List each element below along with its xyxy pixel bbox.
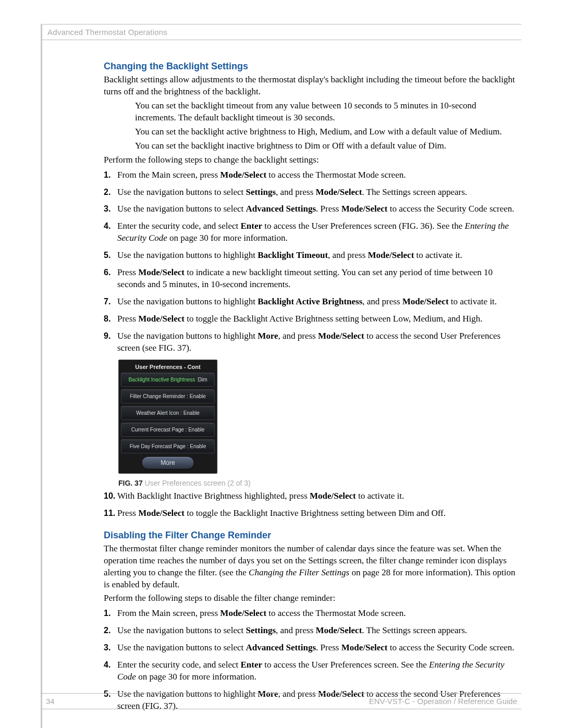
section1-intro: Backlight settings allow adjustments to …: [104, 74, 516, 98]
step-num: 4.: [104, 659, 117, 671]
step-num: 2.: [104, 625, 117, 636]
step-text: Use the navigation buttons to highlight …: [117, 250, 516, 262]
device-screenshot: User Preferences - Cont Backlight Inacti…: [118, 360, 217, 474]
step-3: 3.Use the navigation buttons to select A…: [104, 203, 516, 215]
step-text: Use the navigation buttons to select Set…: [117, 625, 516, 637]
step-num: 8.: [104, 313, 117, 325]
bullet-1: You can set the backlight timeout from a…: [135, 100, 516, 124]
step-2: 2.Use the navigation buttons to select S…: [104, 625, 516, 637]
step-text: From the Main screen, press Mode/Select …: [117, 169, 516, 181]
step-text: Enter the security code, and select Ente…: [117, 220, 516, 244]
step-8: 8.Press Mode/Select to toggle the Backli…: [104, 313, 516, 325]
step-11: 11.Press Mode/Select to toggle the Backl…: [104, 508, 516, 520]
step-4: 4.Enter the security code, and select En…: [104, 659, 516, 683]
step-num: 5.: [104, 250, 117, 261]
step-num: 4.: [104, 220, 117, 232]
page-footer: 34 ENV-VST-C - Operation / Reference Gui…: [41, 693, 521, 709]
figure-caption: FIG. 37 User Preferences screen (2 of 3): [118, 479, 516, 487]
content-area: Changing the Backlight Settings Backligh…: [42, 40, 521, 712]
section2-intro: The thermostat filter change reminder mo…: [104, 543, 516, 591]
step-text: Use the navigation buttons to highlight …: [117, 296, 516, 308]
step-text: Use the navigation buttons to highlight …: [117, 330, 516, 354]
bullet-2: You can set the backlight active brightn…: [135, 126, 516, 138]
section2-lead: Perform the following steps to disable t…: [104, 593, 516, 604]
section1-steps-cont: 10.With Backlight Inactive Brightness hi…: [104, 490, 516, 520]
chapter-title: Advanced Thermostat Operations: [47, 28, 167, 36]
step-10: 10.With Backlight Inactive Brightness hi…: [104, 490, 516, 502]
step-1: 1.From the Main screen, press Mode/Selec…: [104, 169, 516, 181]
step-text: Press Mode/Select to toggle the Backligh…: [117, 313, 516, 325]
section1-lead: Perform the following steps to change th…: [104, 154, 516, 166]
step-num: 1.: [104, 608, 117, 619]
figure-number: FIG. 37: [118, 479, 143, 487]
device-item-backlight-inactive[interactable]: Backlight Inactive Brightness :Dim: [121, 373, 215, 387]
step-text: With Backlight Inactive Brightness highl…: [117, 490, 516, 502]
step-num: 10.: [104, 490, 117, 502]
step-3: 3.Use the navigation buttons to select A…: [104, 642, 516, 654]
step-text: Use the navigation buttons to select Adv…: [117, 203, 516, 215]
bullet-3: You can set the backlight inactive brigh…: [135, 140, 516, 152]
step-text: Enter the security code, and select Ente…: [117, 659, 516, 683]
section-title-backlight: Changing the Backlight Settings: [104, 61, 516, 72]
step-num: 3.: [104, 642, 117, 653]
step-1: 1.From the Main screen, press Mode/Selec…: [104, 608, 516, 620]
step-num: 11.: [104, 508, 117, 519]
device-item-current-forecast[interactable]: Current Forecast Page : Enable: [121, 423, 215, 437]
page-number: 34: [46, 697, 55, 706]
step-5: 5.Use the navigation buttons to highligh…: [104, 250, 516, 262]
step-num: 9.: [104, 330, 117, 342]
device-more-button[interactable]: More: [142, 456, 194, 469]
step-text: Use the navigation buttons to select Adv…: [117, 642, 516, 654]
figure-caption-text: User Preferences screen (2 of 3): [143, 479, 251, 487]
section1-sublist: You can set the backlight timeout from a…: [104, 100, 516, 152]
step-num: 7.: [104, 296, 117, 307]
device-item-weather-alert[interactable]: Weather Alert Icon : Enable: [121, 406, 215, 420]
step-7: 7.Use the navigation buttons to highligh…: [104, 296, 516, 308]
step-num: 1.: [104, 169, 117, 181]
figure-37: User Preferences - Cont Backlight Inacti…: [118, 360, 516, 487]
section1-steps: 1.From the Main screen, press Mode/Selec…: [104, 169, 516, 354]
step-text: From the Main screen, press Mode/Select …: [117, 608, 516, 620]
step-2: 2.Use the navigation buttons to select S…: [104, 187, 516, 199]
step-num: 6.: [104, 267, 117, 278]
step-num: 3.: [104, 203, 117, 215]
step-num: 2.: [104, 187, 117, 198]
section-title-filter: Disabling the Filter Change Reminder: [104, 530, 516, 541]
step-text: Use the navigation buttons to select Set…: [117, 187, 516, 199]
page-body: Advanced Thermostat Operations Changing …: [41, 24, 521, 728]
step-text: Press Mode/Select to toggle the Backligh…: [117, 508, 516, 520]
step-6: 6.Press Mode/Select to indicate a new ba…: [104, 267, 516, 291]
chapter-header: Advanced Thermostat Operations: [42, 24, 521, 40]
step-9: 9.Use the navigation buttons to highligh…: [104, 330, 516, 354]
guide-title: ENV-VST-C - Operation / Reference Guide: [369, 697, 517, 706]
device-item-filter-reminder[interactable]: Filter Change Reminder : Enable: [121, 389, 215, 403]
step-text: Press Mode/Select to indicate a new back…: [117, 267, 516, 291]
step-4: 4.Enter the security code, and select En…: [104, 220, 516, 244]
device-title: User Preferences - Cont: [121, 362, 215, 373]
device-item-five-day-forecast[interactable]: Five Day Forecast Page : Enable: [121, 439, 215, 453]
